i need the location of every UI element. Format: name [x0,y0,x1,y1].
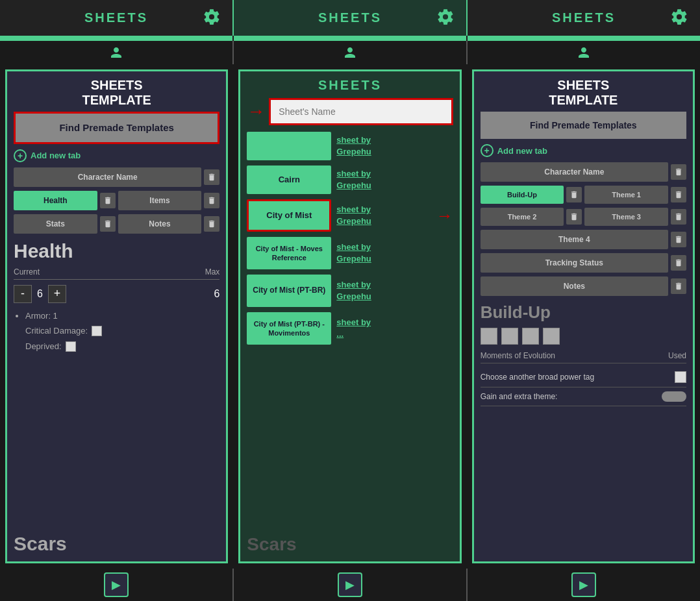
template-btn-3[interactable]: City of Mist - Moves Reference [247,237,331,269]
delete-character-name-1[interactable] [204,169,219,185]
template-btn-2[interactable]: City of Mist [247,199,331,232]
add-new-tab-label-3: Add new tab [497,146,547,156]
armor-item: Armor: 1 [25,311,219,321]
template-btn-0[interactable] [247,132,331,160]
panel-2: SHEETS → sheet byGrepehu Cairn sheet byG… [233,64,466,569]
template-link-3[interactable]: sheet byGrepehu [336,241,371,265]
find-premade-button-3[interactable]: Find Premade Templates [481,112,686,139]
evo-text-1: Choose another broad power tag [481,373,675,382]
increment-health[interactable]: + [48,285,66,303]
panel-1-border: SHEETS TEMPLATE Find Premade Templates +… [5,69,228,563]
theme2-tab-3[interactable]: Theme 2 [481,208,564,226]
moments-header: Moments of Evolution Used [481,351,686,363]
template-link-1[interactable]: sheet byGrepehu [336,168,371,191]
notes-tab-3[interactable]: Notes [481,276,668,296]
stats-tab-group: Stats [14,214,116,234]
build-box-3[interactable] [522,328,539,345]
panel-2-title-area: SHEETS [247,78,453,93]
delete-buildup-3[interactable] [566,187,582,202]
gear-icon-1[interactable] [203,8,221,29]
panel-2-title: SHEETS [318,78,382,92]
bottom-section-1: ▶ [0,569,232,601]
delete-tracking-3[interactable] [671,255,686,271]
tracking-status-tab-3[interactable]: Tracking Status [481,253,668,273]
template-link-arrow-2: sheet byGrepehu [336,204,371,227]
template-item-1: Cairn sheet byGrepehu [247,166,453,194]
scars-title-2: Scars [247,534,453,555]
delete-stats-1[interactable] [100,216,116,232]
gear-icon-2[interactable] [436,8,455,29]
send-button-1[interactable]: ▶ [104,572,129,597]
theme4-tab-3[interactable]: Theme 4 [481,230,668,249]
deprived-checkbox[interactable] [66,341,76,352]
items-tab-1[interactable]: Items [118,191,202,210]
evo-row-1: Choose another broad power tag [481,367,686,387]
character-name-row-1: Character Name [14,167,219,187]
template-btn-1[interactable]: Cairn [247,166,331,194]
evo-checkbox-1[interactable] [675,371,686,383]
panel-3-title: SHEETS TEMPLATE [481,78,686,112]
delete-theme2-3[interactable] [566,209,582,225]
header-section-1: SHEETS [0,0,232,36]
critical-damage-item: Critical Damage: [14,326,219,336]
template-link-2[interactable]: sheet byGrepehu [336,204,371,227]
delete-theme1-3[interactable] [671,187,686,202]
send-button-3[interactable]: ▶ [571,572,596,597]
panel-1-title: SHEETS TEMPLATE [14,78,219,112]
green-bar-3 [468,36,700,41]
theme2-theme3-row: Theme 2 Theme 3 [481,208,686,226]
build-box-2[interactable] [501,328,518,345]
deprived-label: Deprived: [25,341,62,351]
header-title-2: SHEETS [318,10,382,25]
health-items-row-1: Health Items [14,191,219,210]
character-name-tab-1[interactable]: Character Name [14,167,201,187]
header-title-1: SHEETS [84,10,148,25]
buildup-theme1-row: Build-Up Theme 1 [481,186,686,204]
panel-1-title-line2: TEMPLATE [14,93,219,108]
character-name-tab-3[interactable]: Character Name [481,162,668,182]
critical-damage-checkbox[interactable] [92,326,102,336]
bottom-section-2: ▶ [232,569,468,601]
green-bar-2 [232,36,468,41]
template-item-3: City of Mist - Moves Reference sheet byG… [247,237,453,269]
build-box-1[interactable] [481,328,497,345]
stats-tab-1[interactable]: Stats [14,214,97,234]
add-new-tab-1[interactable]: + Add new tab [14,149,219,162]
delete-character-name-3[interactable] [671,164,686,180]
template-link-4[interactable]: sheet byGrepehu [336,279,371,302]
arrow-from-city-mist: → [436,206,453,226]
delete-theme4-3[interactable] [671,232,686,247]
panel-1: SHEETS TEMPLATE Find Premade Templates +… [0,64,233,569]
delete-health-1[interactable] [100,193,116,208]
template-link-0[interactable]: sheet byGrepehu [336,134,371,158]
find-premade-button-1[interactable]: Find Premade Templates [16,114,218,142]
current-health-value: 6 [37,288,43,300]
search-row: → [247,98,453,125]
header-section-3: SHEETS [468,0,700,36]
notes-tab-1[interactable]: Notes [118,214,202,234]
delete-notes-1[interactable] [204,216,219,232]
template-btn-5[interactable]: City of Mist (PT-BR) - Movimentos [247,312,331,345]
template-btn-4[interactable]: City of Mist (PT-BR) [247,275,331,307]
items-tab-group: Items [118,191,220,210]
sheet-name-input[interactable] [269,98,453,125]
theme1-tab-3[interactable]: Theme 1 [584,186,668,204]
gear-icon-3[interactable] [670,8,688,29]
template-item-5: City of Mist (PT-BR) - Movimentos sheet … [247,312,453,345]
evo-slider-1[interactable] [662,391,686,402]
delete-items-1[interactable] [204,193,219,208]
critical-damage-label: Critical Damage: [25,326,88,336]
decrement-health[interactable]: - [14,285,32,303]
notes-row-3: Notes [481,276,686,296]
buildup-tab-3[interactable]: Build-Up [481,186,564,204]
theme3-tab-3[interactable]: Theme 3 [584,208,668,226]
add-new-tab-3[interactable]: + Add new tab [481,144,686,157]
delete-theme3-3[interactable] [671,209,686,225]
build-box-4[interactable] [543,328,560,345]
send-button-2[interactable]: ▶ [338,572,362,597]
health-tab-1[interactable]: Health [14,191,97,210]
template-link-5[interactable]: sheet by... [336,317,371,340]
find-premade-container-1: Find Premade Templates [14,112,219,144]
person-icon-area-1 [0,41,232,64]
delete-notes-3[interactable] [671,278,686,294]
